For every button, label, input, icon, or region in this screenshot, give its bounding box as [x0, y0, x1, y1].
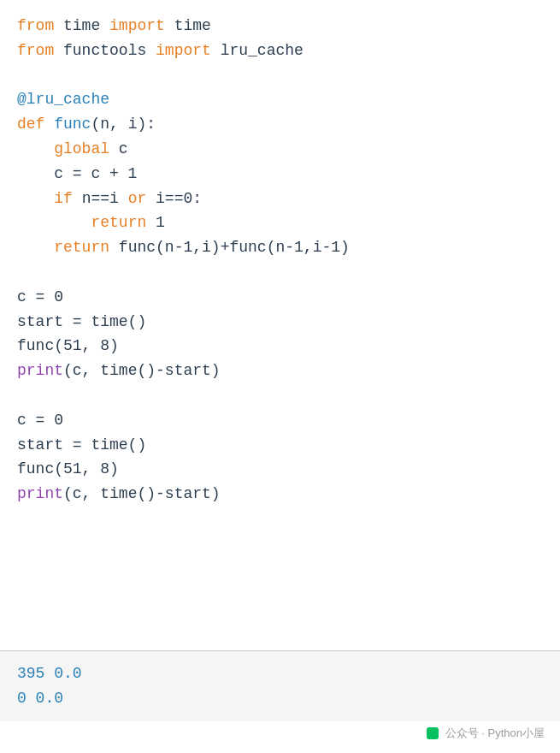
indent-5 — [17, 140, 54, 157]
text-16: func(51, 8) — [17, 460, 119, 477]
indent-7 — [17, 190, 54, 207]
code-line-12: func(51, 8) — [17, 334, 543, 359]
output-area: 395 0.0 0 0.0 — [0, 650, 560, 721]
code-line-14: c = 0 — [17, 408, 543, 433]
code-line-17: print(c, time()-start) — [17, 482, 543, 507]
keyword-return-2: return — [54, 239, 109, 256]
indent-8 — [17, 214, 91, 231]
code-line-13: print(c, time()-start) — [17, 359, 543, 383]
text-17a: (c, time()-start) — [63, 485, 221, 502]
builtin-print-2: print — [17, 485, 63, 502]
text-6: c = c + 1 — [17, 165, 137, 182]
code-line-2: from functools import lru_cache — [17, 39, 543, 63]
text-14: c = 0 — [17, 412, 63, 429]
watermark: 公众号 · Python小屋 — [427, 725, 545, 743]
keyword-from-2: from — [17, 42, 54, 59]
text-15: start = time() — [17, 436, 146, 454]
watermark-text: 公众号 · Python小屋 — [445, 726, 545, 739]
text-12: func(51, 8) — [17, 337, 119, 354]
code-line-9: return func(n-1,i)+func(n-1,i-1) — [17, 235, 543, 260]
code-line-6: c = c + 1 — [17, 162, 543, 187]
code-line-11: start = time() — [17, 310, 543, 335]
blank-1 — [17, 63, 543, 88]
text-7b: i==0: — [146, 190, 202, 207]
funcname-func: func — [54, 116, 91, 133]
decorator-lru: @lru_cache — [17, 91, 109, 108]
wechat-icon — [427, 727, 439, 739]
text-1b: time — [165, 17, 211, 34]
keyword-global: global — [54, 140, 109, 157]
indent-9 — [17, 239, 54, 256]
text-4a — [44, 116, 54, 133]
text-8a: 1 — [146, 214, 165, 231]
output-line-2: 0 0.0 — [17, 686, 543, 711]
builtin-print-1: print — [17, 362, 63, 379]
keyword-def: def — [17, 116, 44, 133]
code-line-5: global c — [17, 137, 543, 162]
code-line-8: return 1 — [17, 210, 543, 235]
text-13a: (c, time()-start) — [63, 362, 221, 379]
text-2a: functools — [54, 42, 156, 59]
code-line-1: from time import time — [17, 14, 543, 39]
text-4b: (n, i): — [91, 116, 156, 133]
blank-3 — [17, 383, 543, 408]
code-line-15: start = time() — [17, 433, 543, 458]
text-11: start = time() — [17, 313, 146, 330]
keyword-import-2: import — [156, 42, 211, 59]
output-line-1: 395 0.0 — [17, 661, 543, 686]
text-1a: time — [54, 17, 109, 34]
keyword-return-1: return — [91, 214, 146, 231]
keyword-or: or — [128, 190, 147, 207]
blank-2 — [17, 260, 543, 285]
keyword-from-1: from — [17, 17, 54, 34]
code-line-7: if n==i or i==0: — [17, 187, 543, 211]
text-9a: func(n-1,i)+func(n-1,i-1) — [109, 239, 350, 256]
code-line-16: func(51, 8) — [17, 457, 543, 482]
code-editor: from time import time from functools imp… — [0, 0, 560, 721]
code-area: from time import time from functools imp… — [0, 0, 560, 650]
code-line-10: c = 0 — [17, 285, 543, 310]
text-7a: n==i — [73, 190, 128, 207]
keyword-if: if — [54, 190, 73, 207]
text-2b: lru_cache — [211, 42, 304, 59]
keyword-import-1: import — [109, 17, 165, 34]
text-5a: c — [109, 140, 128, 157]
text-10: c = 0 — [17, 288, 63, 305]
code-line-3: @lru_cache — [17, 87, 543, 112]
code-line-4: def func(n, i): — [17, 112, 543, 137]
